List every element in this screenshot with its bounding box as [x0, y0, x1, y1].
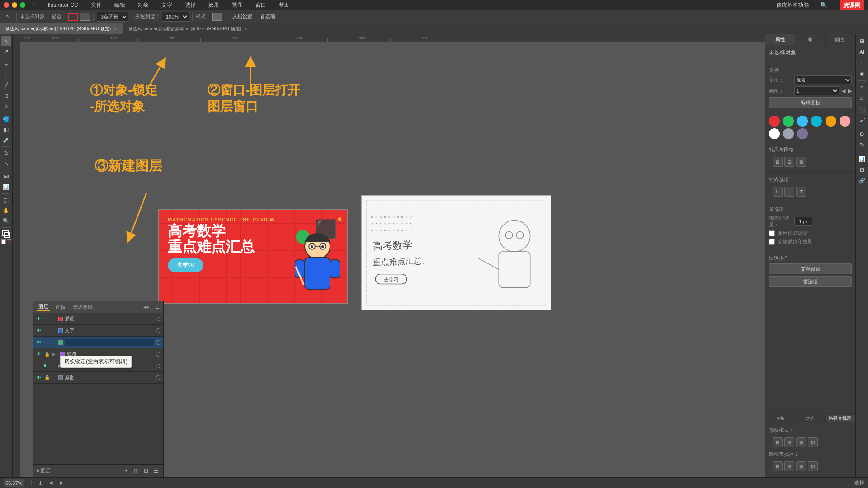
layer-add-btn[interactable]: +: [123, 467, 130, 474]
shape-mode-btn-2[interactable]: ⊟: [784, 437, 794, 447]
layer-vis-5[interactable]: 👁: [36, 375, 42, 381]
tab-main-close-icon[interactable]: ✕: [113, 27, 117, 32]
tool-artboard[interactable]: ⬚: [1, 195, 11, 205]
rp-use-preview-checkbox[interactable]: [769, 230, 775, 236]
right-icon-transform[interactable]: ↻: [857, 140, 867, 150]
swatch-cyan[interactable]: [811, 116, 822, 127]
tool-rotate[interactable]: ↻: [1, 148, 11, 158]
layer-vis-3[interactable]: 👁: [36, 351, 42, 357]
right-icon-align[interactable]: ≡: [857, 83, 867, 93]
tab-banner-copy[interactable]: 插边风-banner演示稿的副本.ai @ 67% (RGB/GPU 预览) ✕: [123, 23, 253, 34]
tool-direct-select[interactable]: ↗: [1, 47, 11, 56]
next-artboard-icon[interactable]: ▶: [60, 480, 63, 486]
layer-tab-artboards[interactable]: 画板: [54, 304, 67, 310]
right-icon-lines[interactable]: ⊟: [857, 165, 867, 175]
rp-tab-library[interactable]: 库: [795, 34, 825, 45]
snap-btn-1[interactable]: ⊢: [773, 187, 783, 197]
tool-text[interactable]: T: [1, 70, 11, 80]
rp-tab-transform[interactable]: 变换: [765, 415, 795, 422]
layer-circle-1[interactable]: [156, 328, 160, 333]
menu-illustrator[interactable]: Illustrator CC: [44, 2, 81, 8]
rp-artboard-prev-icon[interactable]: ◀: [842, 88, 845, 94]
swatch-green[interactable]: [783, 116, 794, 127]
swatch-lightred[interactable]: [840, 116, 850, 127]
right-icon-layers[interactable]: ⧉: [857, 94, 867, 103]
right-icon-graph[interactable]: 📊: [857, 154, 867, 164]
grid-btn-1[interactable]: ⊞: [773, 157, 783, 167]
layer-tab-export[interactable]: 资源导出: [71, 304, 94, 310]
layer-vis-1[interactable]: 👁: [36, 328, 42, 334]
rp-unit-select[interactable]: 像素: [794, 75, 852, 84]
layer-vis-4[interactable]: 👁: [42, 363, 48, 369]
layer-lock-2[interactable]: [44, 339, 50, 346]
right-icon-link[interactable]: 🔗: [857, 176, 867, 186]
selection-tool-btn[interactable]: ↖: [3, 12, 13, 22]
menu-view[interactable]: 视图: [229, 1, 245, 9]
tool-select[interactable]: ↖: [1, 36, 11, 46]
rp-tab-color[interactable]: 颜色: [826, 34, 855, 45]
layer-circle-0[interactable]: [156, 317, 160, 321]
canvas-area[interactable]: 300 1200 1100 700 100 400 500 600: [13, 34, 765, 477]
fill-color-btn[interactable]: [80, 13, 90, 21]
layer-name-input-2[interactable]: [65, 339, 154, 346]
rp-tab-pathfinder[interactable]: 路径查找器: [826, 415, 855, 422]
tool-gradient[interactable]: ◧: [1, 125, 11, 135]
swatch-orange[interactable]: [826, 116, 836, 127]
zoom-control[interactable]: 66.67%: [4, 479, 24, 487]
rp-keyboard-input[interactable]: [794, 217, 812, 226]
pathfinder-btn-4[interactable]: ⊡: [808, 461, 818, 471]
layer-lock-1[interactable]: [44, 328, 50, 334]
layer-circle-2[interactable]: [156, 340, 160, 345]
layer-lock-4[interactable]: [50, 363, 57, 369]
pathfinder-btn-1[interactable]: ⊞: [773, 461, 783, 471]
layer-lock-3[interactable]: 🔒: [44, 351, 50, 357]
rp-artboard-select[interactable]: 1: [794, 86, 839, 95]
right-icon-swatches[interactable]: ⬛: [857, 104, 867, 114]
layer-lock-0[interactable]: [44, 316, 50, 322]
rp-tab-align[interactable]: 对齐: [795, 415, 825, 422]
layer-vis-0[interactable]: 👁: [36, 316, 42, 322]
snap-btn-3[interactable]: ⊤: [796, 187, 806, 197]
swatch-purple[interactable]: [797, 128, 808, 139]
layer-row-5[interactable]: 👁 🔒 原图: [33, 372, 163, 384]
rp-scale-strokes-checkbox[interactable]: [769, 239, 775, 245]
shape-mode-btn-1[interactable]: ⊞: [773, 437, 783, 447]
tool-paint-bucket[interactable]: 🪣: [1, 114, 11, 124]
layer-panel-menu-icon[interactable]: ☰: [155, 304, 160, 310]
prev-artboard-icon[interactable]: ◀: [49, 480, 52, 486]
close-button[interactable]: [4, 2, 9, 8]
minimize-button[interactable]: [12, 2, 17, 8]
search-icon[interactable]: 🔍: [819, 0, 829, 10]
layer-row-1[interactable]: 👁 文字: [33, 325, 163, 337]
swatch-white[interactable]: [769, 128, 780, 139]
tool-hand[interactable]: ✋: [1, 206, 11, 216]
layer-row-0[interactable]: 👁 插画: [33, 313, 163, 325]
grid-btn-3[interactable]: ⊠: [796, 157, 806, 167]
right-icon-text[interactable]: T: [857, 58, 867, 68]
shape-mode-btn-4[interactable]: ⊡: [808, 437, 818, 447]
pathfinder-btn-2[interactable]: ⊟: [784, 461, 794, 471]
menu-help[interactable]: 帮助: [276, 1, 292, 9]
rp-edit-artboard-btn[interactable]: 编辑画板: [769, 97, 852, 108]
right-icon-brush[interactable]: 🖌: [857, 115, 867, 125]
tool-pen[interactable]: ✒: [1, 60, 11, 70]
stroke-color-btn[interactable]: [68, 13, 78, 21]
right-icon-gear[interactable]: ⚙: [857, 129, 867, 139]
snap-btn-2[interactable]: ⊣: [784, 187, 794, 197]
tool-scale[interactable]: ⤡: [1, 159, 11, 169]
tool-ellipse[interactable]: ○: [1, 101, 11, 111]
shape-selector[interactable]: 3点圆形: [97, 12, 128, 22]
tool-zoom[interactable]: 🔍: [1, 216, 11, 226]
fill-white-btn[interactable]: [1, 239, 6, 244]
swatch-red[interactable]: [769, 116, 780, 127]
layer-options-btn[interactable]: ☰: [152, 467, 160, 474]
menu-window[interactable]: 窗口: [253, 1, 269, 9]
window-controls[interactable]: [4, 2, 25, 8]
rp-doc-settings-btn[interactable]: 文档设置: [769, 263, 852, 274]
menu-effect[interactable]: 效果: [206, 1, 222, 9]
right-icon-circle[interactable]: ◉: [857, 69, 867, 79]
layer-circle-4[interactable]: [156, 364, 160, 368]
rp-artboard-next-icon[interactable]: ▶: [848, 88, 852, 94]
tool-line[interactable]: ╱: [1, 80, 11, 90]
swatch-blue[interactable]: [797, 116, 808, 127]
